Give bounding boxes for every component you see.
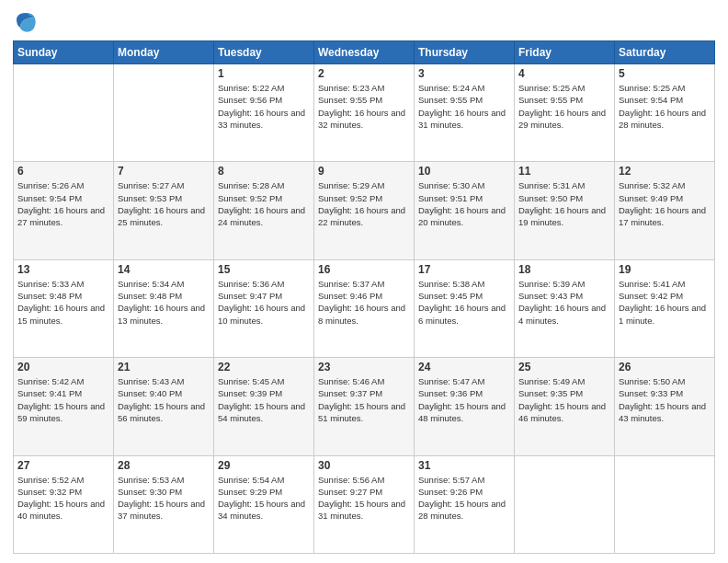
calendar-cell	[114, 64, 214, 162]
day-number: 21	[118, 361, 210, 373]
weekday-header-tuesday: Tuesday	[214, 41, 314, 64]
day-info: Sunrise: 5:50 AM Sunset: 9:33 PM Dayligh…	[619, 375, 711, 424]
day-number: 31	[418, 459, 510, 472]
day-info: Sunrise: 5:25 AM Sunset: 9:54 PM Dayligh…	[619, 82, 711, 131]
day-info: Sunrise: 5:54 AM Sunset: 9:29 PM Dayligh…	[218, 474, 310, 523]
day-info: Sunrise: 5:46 AM Sunset: 9:37 PM Dayligh…	[318, 375, 410, 424]
weekday-header-thursday: Thursday	[415, 41, 515, 64]
calendar-cell: 14Sunrise: 5:34 AM Sunset: 9:48 PM Dayli…	[114, 259, 214, 357]
calendar-cell: 3Sunrise: 5:24 AM Sunset: 9:55 PM Daylig…	[415, 64, 515, 162]
calendar-cell: 24Sunrise: 5:47 AM Sunset: 9:36 PM Dayli…	[415, 358, 515, 455]
day-number: 30	[318, 459, 410, 472]
logo-icon	[13, 9, 39, 35]
day-info: Sunrise: 5:31 AM Sunset: 9:50 PM Dayligh…	[518, 179, 610, 228]
calendar-cell: 21Sunrise: 5:43 AM Sunset: 9:40 PM Dayli…	[114, 358, 214, 455]
calendar-cell: 8Sunrise: 5:28 AM Sunset: 9:52 PM Daylig…	[214, 162, 314, 259]
calendar-cell: 20Sunrise: 5:42 AM Sunset: 9:41 PM Dayli…	[14, 358, 114, 455]
day-info: Sunrise: 5:41 AM Sunset: 9:42 PM Dayligh…	[619, 278, 711, 327]
day-number: 1	[218, 67, 310, 80]
day-number: 3	[418, 67, 510, 80]
weekday-header-wednesday: Wednesday	[314, 41, 415, 64]
day-number: 10	[418, 165, 510, 178]
day-number: 15	[218, 263, 310, 276]
calendar-cell: 27Sunrise: 5:52 AM Sunset: 9:32 PM Dayli…	[14, 455, 114, 553]
calendar-cell: 16Sunrise: 5:37 AM Sunset: 9:46 PM Dayli…	[314, 259, 415, 357]
day-info: Sunrise: 5:33 AM Sunset: 9:48 PM Dayligh…	[17, 278, 109, 327]
week-row-1: 1Sunrise: 5:22 AM Sunset: 9:56 PM Daylig…	[14, 64, 715, 162]
calendar-cell: 2Sunrise: 5:23 AM Sunset: 9:55 PM Daylig…	[314, 64, 415, 162]
day-info: Sunrise: 5:42 AM Sunset: 9:41 PM Dayligh…	[17, 375, 109, 424]
day-info: Sunrise: 5:49 AM Sunset: 9:35 PM Dayligh…	[518, 375, 610, 424]
calendar-cell: 29Sunrise: 5:54 AM Sunset: 9:29 PM Dayli…	[214, 455, 314, 553]
day-info: Sunrise: 5:32 AM Sunset: 9:49 PM Dayligh…	[619, 179, 711, 228]
day-info: Sunrise: 5:23 AM Sunset: 9:55 PM Dayligh…	[318, 82, 410, 131]
day-number: 17	[418, 263, 510, 276]
day-number: 5	[619, 67, 711, 80]
day-number: 2	[318, 67, 410, 80]
day-info: Sunrise: 5:43 AM Sunset: 9:40 PM Dayligh…	[118, 375, 210, 424]
day-number: 19	[619, 263, 711, 276]
calendar-cell: 31Sunrise: 5:57 AM Sunset: 9:26 PM Dayli…	[415, 455, 515, 553]
calendar-cell: 15Sunrise: 5:36 AM Sunset: 9:47 PM Dayli…	[214, 259, 314, 357]
calendar-cell: 6Sunrise: 5:26 AM Sunset: 9:54 PM Daylig…	[14, 162, 114, 259]
calendar-cell: 7Sunrise: 5:27 AM Sunset: 9:53 PM Daylig…	[114, 162, 214, 259]
day-info: Sunrise: 5:30 AM Sunset: 9:51 PM Dayligh…	[418, 179, 510, 228]
calendar-cell: 25Sunrise: 5:49 AM Sunset: 9:35 PM Dayli…	[515, 358, 615, 455]
weekday-header-saturday: Saturday	[615, 41, 715, 64]
day-number: 18	[518, 263, 610, 276]
day-info: Sunrise: 5:52 AM Sunset: 9:32 PM Dayligh…	[17, 474, 109, 523]
calendar-table: SundayMondayTuesdayWednesdayThursdayFrid…	[13, 40, 715, 554]
week-row-3: 13Sunrise: 5:33 AM Sunset: 9:48 PM Dayli…	[14, 259, 715, 357]
calendar-cell: 12Sunrise: 5:32 AM Sunset: 9:49 PM Dayli…	[615, 162, 715, 259]
day-number: 12	[619, 165, 711, 178]
logo	[13, 9, 42, 35]
calendar-cell: 10Sunrise: 5:30 AM Sunset: 9:51 PM Dayli…	[415, 162, 515, 259]
calendar-cell: 9Sunrise: 5:29 AM Sunset: 9:52 PM Daylig…	[314, 162, 415, 259]
day-number: 29	[218, 459, 310, 472]
calendar-cell: 4Sunrise: 5:25 AM Sunset: 9:55 PM Daylig…	[515, 64, 615, 162]
calendar-cell: 19Sunrise: 5:41 AM Sunset: 9:42 PM Dayli…	[615, 259, 715, 357]
day-number: 9	[318, 165, 410, 178]
calendar-cell: 13Sunrise: 5:33 AM Sunset: 9:48 PM Dayli…	[14, 259, 114, 357]
day-number: 6	[17, 165, 109, 178]
calendar-cell: 18Sunrise: 5:39 AM Sunset: 9:43 PM Dayli…	[515, 259, 615, 357]
day-info: Sunrise: 5:53 AM Sunset: 9:30 PM Dayligh…	[118, 474, 210, 523]
week-row-5: 27Sunrise: 5:52 AM Sunset: 9:32 PM Dayli…	[14, 455, 715, 553]
day-info: Sunrise: 5:38 AM Sunset: 9:45 PM Dayligh…	[418, 278, 510, 327]
day-info: Sunrise: 5:29 AM Sunset: 9:52 PM Dayligh…	[318, 179, 410, 228]
weekday-header-monday: Monday	[114, 41, 214, 64]
calendar-cell: 11Sunrise: 5:31 AM Sunset: 9:50 PM Dayli…	[515, 162, 615, 259]
day-info: Sunrise: 5:57 AM Sunset: 9:26 PM Dayligh…	[418, 474, 510, 523]
calendar-cell: 5Sunrise: 5:25 AM Sunset: 9:54 PM Daylig…	[615, 64, 715, 162]
day-number: 23	[318, 361, 410, 373]
calendar-cell	[14, 64, 114, 162]
calendar-cell: 23Sunrise: 5:46 AM Sunset: 9:37 PM Dayli…	[314, 358, 415, 455]
day-info: Sunrise: 5:45 AM Sunset: 9:39 PM Dayligh…	[218, 375, 310, 424]
day-number: 27	[17, 459, 109, 472]
day-info: Sunrise: 5:22 AM Sunset: 9:56 PM Dayligh…	[218, 82, 310, 131]
day-number: 25	[518, 361, 610, 373]
day-number: 13	[17, 263, 109, 276]
day-number: 26	[619, 361, 711, 373]
day-number: 7	[118, 165, 210, 178]
calendar-cell: 26Sunrise: 5:50 AM Sunset: 9:33 PM Dayli…	[615, 358, 715, 455]
day-info: Sunrise: 5:34 AM Sunset: 9:48 PM Dayligh…	[118, 278, 210, 327]
day-info: Sunrise: 5:28 AM Sunset: 9:52 PM Dayligh…	[218, 179, 310, 228]
calendar-cell: 30Sunrise: 5:56 AM Sunset: 9:27 PM Dayli…	[314, 455, 415, 553]
calendar-cell	[615, 455, 715, 553]
day-number: 8	[218, 165, 310, 178]
day-number: 20	[17, 361, 109, 373]
day-info: Sunrise: 5:27 AM Sunset: 9:53 PM Dayligh…	[118, 179, 210, 228]
page: SundayMondayTuesdayWednesdayThursdayFrid…	[0, 0, 728, 563]
day-number: 11	[518, 165, 610, 178]
day-info: Sunrise: 5:36 AM Sunset: 9:47 PM Dayligh…	[218, 278, 310, 327]
day-number: 24	[418, 361, 510, 373]
day-info: Sunrise: 5:24 AM Sunset: 9:55 PM Dayligh…	[418, 82, 510, 131]
day-info: Sunrise: 5:26 AM Sunset: 9:54 PM Dayligh…	[17, 179, 109, 228]
calendar-cell	[515, 455, 615, 553]
day-number: 22	[218, 361, 310, 373]
day-number: 16	[318, 263, 410, 276]
day-number: 4	[518, 67, 610, 80]
week-row-4: 20Sunrise: 5:42 AM Sunset: 9:41 PM Dayli…	[14, 358, 715, 455]
day-number: 14	[118, 263, 210, 276]
